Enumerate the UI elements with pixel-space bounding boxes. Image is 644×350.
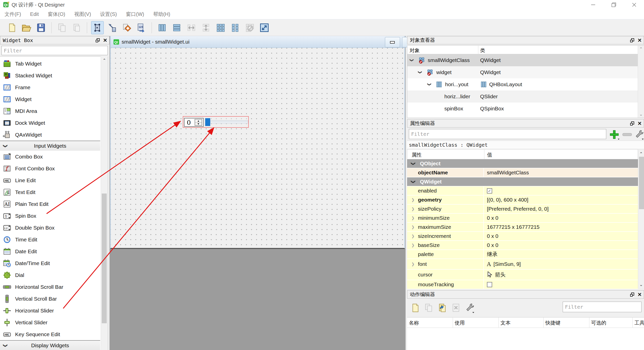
spinbox-widget[interactable]: 0 ▲ ▼ [184,118,204,127]
menu-help[interactable]: 帮助(H) [153,11,170,18]
widget-box-item-vertical-slider[interactable]: Vertical Slider [0,316,100,328]
property-value[interactable]: [(0, 0), 600 x 400] [484,196,638,204]
spin-up-icon[interactable]: ▲ [195,119,202,123]
property-row-sizepolicy[interactable]: ❯sizePolicy [Preferred, Preferred, 0, 0] [407,205,638,214]
expand-icon[interactable]: ❯ [411,262,414,266]
scroll-down-icon[interactable]: ⌄ [638,282,644,287]
property-row-maximumsize[interactable]: ❯maximumSize 16777215 x 16777215 [407,223,638,232]
open-form-icon[interactable] [20,21,33,34]
widget-box-item-dial[interactable]: Dial [0,269,100,281]
menu-settings[interactable]: 设置(S) [100,11,117,18]
widget-box-section-display-widgets[interactable]: ❯Display Widgets [0,340,100,350]
scroll-up-icon[interactable]: ⌃ [101,58,108,62]
expand-icon[interactable]: ❯ [418,71,422,74]
delete-action-icon[interactable] [450,301,462,314]
edit-tab-order-icon[interactable]: 123 [135,21,148,34]
widget-box-item-mdi-area[interactable]: MDI Area [0,105,100,117]
edit-buddies-icon[interactable] [120,21,133,34]
layout-horizontal-splitter-icon[interactable] [185,21,198,34]
expand-icon[interactable]: ❯ [411,225,414,229]
close-panel-icon[interactable]: ✕ [103,38,107,43]
expand-icon[interactable]: ❯ [411,207,414,211]
menu-file[interactable]: 文件(F) [5,11,21,18]
menu-window[interactable]: 窗口(W) [126,11,144,18]
configure-property-editor-button[interactable] [634,129,644,140]
menu-view[interactable]: 视图(V) [74,11,91,18]
form-window-titlebar[interactable]: Qt smallWidget - smallWidget.ui [111,36,404,48]
expand-icon[interactable]: ❯ [427,83,432,86]
widget-box-item-horizontal-scroll-bar[interactable]: Horizontal Scroll Bar [0,281,100,293]
object-inspector-column-header[interactable]: 对象 类 [407,46,638,54]
minimize-button[interactable] [585,0,601,9]
form-window[interactable]: Qt smallWidget - smallWidget.ui 0 ▲ ▼ [110,36,405,249]
property-value[interactable]: 箭头 [495,271,506,278]
widget-box-item-double-spin-box[interactable]: 1.2Double Spin Box [0,222,100,234]
spinbox-buttons[interactable]: ▲ ▼ [195,119,202,126]
widget-box-section-input-widgets[interactable]: ❯Input Widgets [0,141,100,151]
widget-box-item-dock-widget[interactable]: Dock Widget [0,117,100,129]
expand-icon[interactable]: ❯ [411,216,414,220]
edit-signals-slots-icon[interactable] [106,21,118,34]
property-value[interactable]: [SimSun, 9] [493,261,521,267]
copy-icon[interactable] [56,21,68,34]
tree-row-horizontalslider[interactable]: horiz...lider QSlider [407,90,638,103]
expand-icon[interactable]: ❯ [411,234,414,238]
checkbox-unchecked-icon[interactable] [487,282,492,287]
widget-box-item-font-combo-box[interactable]: fFont Combo Box [0,163,100,174]
layout-vertical-icon[interactable] [170,21,183,34]
property-value[interactable]: 16777215 x 16777215 [484,223,638,231]
widget-box-item-stacked-widget[interactable]: Stacked Widget [0,70,100,81]
column-divider[interactable] [478,46,478,54]
widget-box-item-line-edit[interactable]: AB(Line Edit [0,174,100,186]
float-panel-icon[interactable] [630,38,634,43]
scroll-up-icon[interactable]: ⌃ [638,47,644,51]
widget-box-item-plain-text-edit[interactable]: AIPlain Text Edit [0,198,100,210]
property-row-sizeincrement[interactable]: ❯sizeIncrement 0 x 0 [407,232,638,241]
property-row-palette[interactable]: palette 继承 [407,250,638,259]
widget-box-item-qaxwidget[interactable]: QAxWidget [0,129,100,141]
widget-box-item-date-time-edit[interactable]: Date/Time Edit [0,257,100,269]
tree-row-widget[interactable]: ❯ widget QWidget [407,66,638,78]
copy-action-icon[interactable] [423,301,435,314]
property-value[interactable]: 0 x 0 [484,232,638,240]
layout-grid-icon[interactable] [214,21,227,34]
new-form-icon[interactable] [6,21,18,34]
menu-form[interactable]: 窗体(O) [48,11,65,18]
widget-box-scrollbar[interactable]: ⌃ [101,56,108,350]
widget-box-item-date-edit[interactable]: Date Edit [0,245,100,257]
widget-box-item-horizontal-slider[interactable]: Horizontal Slider [0,305,100,316]
paste-icon[interactable] [70,21,83,34]
tree-row-horizontallayout[interactable]: ❯ hori...yout QHBoxLayout [407,78,638,90]
column-divider[interactable] [589,317,589,328]
float-panel-icon[interactable] [630,121,634,126]
form-minimize-button[interactable] [385,37,400,47]
float-panel-icon[interactable] [95,38,100,43]
widget-box-filter-input[interactable] [2,46,108,55]
form-canvas[interactable]: 0 ▲ ▼ [111,48,404,248]
break-layout-icon[interactable] [243,21,256,34]
configure-action-editor-icon[interactable] [463,301,476,314]
layout-horizontal-icon[interactable] [156,21,168,34]
property-section-qwidget[interactable]: ❯QWidget [407,177,638,186]
widget-box-item-spin-box[interactable]: 1Spin Box [0,210,100,222]
widget-box-item-widget[interactable]: Widget [0,93,100,105]
property-editor-scrollbar[interactable]: ⌃ ⌄ [638,150,644,288]
expand-icon[interactable]: ❯ [410,59,414,62]
slider-groove[interactable] [210,120,248,123]
edit-widgets-icon[interactable] [91,21,104,34]
paste-action-icon[interactable] [436,301,448,314]
property-row-enabled[interactable]: enabled ✓ [407,186,638,196]
restore-button[interactable] [606,0,622,9]
column-divider[interactable] [484,149,484,159]
remove-dynamic-property-button[interactable] [622,131,632,138]
save-form-icon[interactable] [35,21,47,34]
property-row-objectname[interactable]: objectName smallWidgetClass [407,168,638,177]
property-value[interactable]: 0 x 0 [484,214,638,222]
column-divider[interactable] [632,317,633,328]
close-panel-icon[interactable]: ✕ [637,292,642,297]
column-divider[interactable] [498,317,499,328]
layout-vertical-splitter-icon[interactable] [200,21,212,34]
scroll-down-icon[interactable]: ⌄ [638,112,644,117]
scrollbar-thumb[interactable] [639,157,644,209]
property-value[interactable]: 0 x 0 [484,241,638,249]
